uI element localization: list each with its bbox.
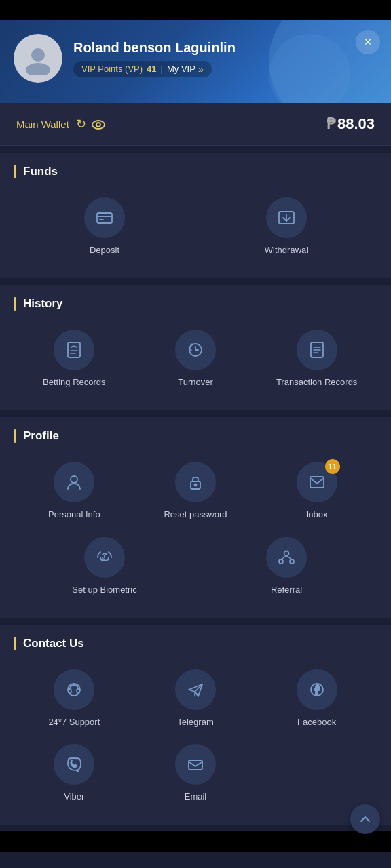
svg-point-19	[194, 484, 196, 486]
referral-icon-circle	[266, 537, 307, 578]
transaction-records-item[interactable]: Transaction Records	[257, 324, 377, 394]
reset-password-icon	[186, 473, 205, 492]
reset-password-item[interactable]: Reset password	[136, 456, 256, 526]
deposit-icon-circle	[84, 197, 125, 238]
refresh-icon[interactable]: ↻	[76, 117, 86, 132]
svg-point-23	[279, 559, 283, 564]
viber-label: Viber	[64, 791, 84, 803]
profile-title-bar	[14, 429, 16, 443]
my-vip-link[interactable]: My VIP »	[167, 64, 204, 75]
history-section: History Betting Records	[0, 285, 391, 410]
svg-rect-26	[69, 689, 71, 693]
facebook-item[interactable]: Facebook	[257, 664, 377, 734]
contact-grid-row2: Viber Email	[14, 738, 377, 808]
betting-records-icon	[64, 340, 83, 359]
turnover-icon	[186, 340, 205, 359]
betting-records-icon-circle	[54, 330, 94, 370]
personal-info-icon	[64, 473, 83, 492]
contact-title: Contact Us	[14, 637, 377, 650]
wallet-icons: ↻	[76, 117, 105, 132]
facebook-icon-circle	[297, 669, 337, 710]
vip-divider: |	[161, 64, 163, 74]
svg-point-22	[284, 551, 289, 555]
history-title-bar	[14, 297, 16, 311]
email-label: Email	[185, 791, 207, 803]
contact-title-bar	[14, 637, 16, 650]
wallet-balance: ₱88.03	[327, 115, 375, 133]
telegram-label: Telegram	[177, 717, 213, 728]
betting-records-item[interactable]: Betting Records	[14, 324, 134, 394]
turnover-label: Turnover	[178, 377, 213, 389]
profile-row: Roland benson Laguinlin VIP Points (VP) …	[14, 34, 377, 83]
withdrawal-label: Withdrawal	[265, 245, 308, 256]
history-title: History	[14, 297, 377, 311]
telegram-icon	[186, 680, 205, 699]
contact-grid-row1: 24*7 Support Telegram Facebo	[14, 664, 377, 734]
svg-point-0	[31, 48, 45, 62]
svg-point-2	[92, 121, 105, 129]
support-icon-circle	[54, 669, 94, 710]
svg-rect-9	[68, 342, 80, 357]
telegram-item[interactable]: Telegram	[136, 664, 256, 734]
history-grid: Betting Records Turnover	[14, 324, 377, 394]
inbox-icon-circle: 11	[297, 462, 337, 502]
svg-rect-20	[310, 477, 324, 488]
vip-badge[interactable]: VIP Points (VP) 41 | My VIP »	[73, 61, 212, 77]
bottom-bar	[0, 831, 391, 852]
viber-icon	[64, 755, 83, 774]
biometric-label: Set up Biometric	[72, 585, 136, 596]
biometric-icon	[95, 548, 114, 567]
inbox-item[interactable]: 11 Inbox	[257, 456, 377, 526]
profile-grid-row1: Personal Info Reset password 11	[14, 456, 377, 526]
svg-point-24	[290, 559, 294, 564]
referral-label: Referral	[271, 585, 302, 596]
email-item[interactable]: Email	[136, 738, 256, 808]
wallet-label: Main Wallet	[16, 119, 69, 130]
vip-points-label: VIP Points (VP)	[81, 64, 143, 74]
reset-password-label: Reset password	[164, 509, 227, 521]
withdrawal-icon-circle	[266, 197, 307, 238]
svg-point-17	[71, 476, 77, 483]
wallet-left: Main Wallet ↻	[16, 117, 105, 132]
support-item[interactable]: 24*7 Support	[14, 664, 134, 734]
my-vip-arrows: »	[198, 64, 204, 75]
withdrawal-item[interactable]: Withdrawal	[196, 192, 377, 262]
turnover-item[interactable]: Turnover	[136, 324, 256, 394]
reset-password-icon-circle	[175, 462, 216, 502]
svg-rect-4	[97, 213, 112, 223]
funds-title: Funds	[14, 165, 377, 178]
email-icon	[186, 755, 205, 774]
wallet-section: Main Wallet ↻ ₱88.03	[0, 103, 391, 146]
svg-rect-31	[189, 760, 202, 770]
telegram-icon-circle	[175, 669, 216, 710]
scroll-top-button[interactable]	[350, 804, 380, 834]
personal-info-label: Personal Info	[48, 509, 100, 521]
svg-point-1	[26, 63, 50, 75]
support-label: 24*7 Support	[48, 717, 100, 728]
facebook-label: Facebook	[297, 717, 336, 728]
personal-info-item[interactable]: Personal Info	[14, 456, 134, 526]
profile-info: Roland benson Laguinlin VIP Points (VP) …	[73, 40, 377, 77]
deposit-item[interactable]: Deposit	[14, 192, 196, 262]
eye-icon[interactable]	[92, 117, 105, 132]
profile-grid-row2: Set up Biometric Referral	[14, 532, 377, 601]
referral-item[interactable]: Referral	[227, 532, 347, 601]
inbox-label: Inbox	[306, 509, 328, 521]
top-status-bar	[0, 0, 391, 20]
transaction-records-label: Transaction Records	[276, 377, 357, 389]
funds-grid: Deposit Withdrawal	[14, 192, 377, 262]
transaction-records-icon	[308, 340, 327, 359]
viber-item[interactable]: Viber	[14, 738, 134, 808]
close-button[interactable]: ×	[356, 30, 380, 54]
funds-section: Funds Deposit Withdrawal	[0, 153, 391, 278]
scroll-top-icon	[358, 812, 372, 826]
withdrawal-icon	[277, 208, 296, 227]
deposit-label: Deposit	[90, 245, 119, 256]
profile-section: Profile Personal Info Reset password	[0, 417, 391, 618]
contact-section: Contact Us 24*7 Support	[0, 625, 391, 825]
biometric-item[interactable]: Set up Biometric	[45, 532, 165, 601]
vip-points-value: 41	[147, 64, 156, 74]
profile-header: × Roland benson Laguinlin VIP Points (VP…	[0, 20, 391, 103]
avatar	[14, 34, 62, 83]
deposit-icon	[95, 208, 114, 227]
